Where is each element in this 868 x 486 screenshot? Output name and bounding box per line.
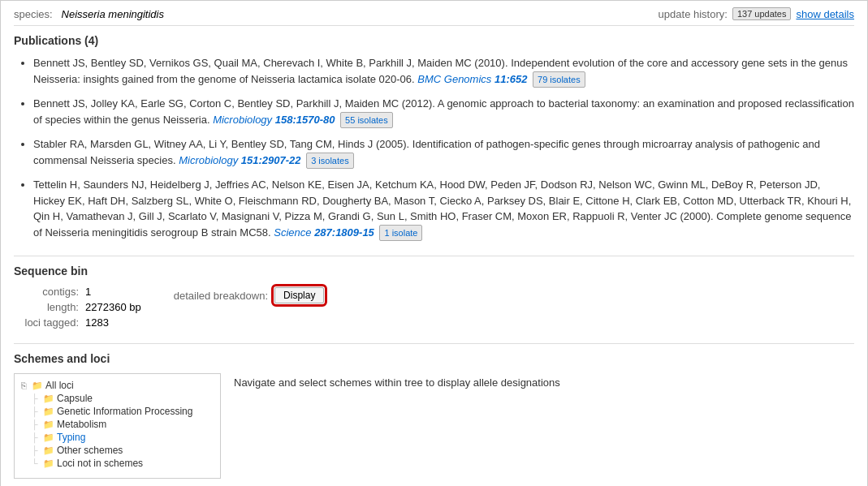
schemes-description: Navigate and select schemes within tree … <box>234 373 854 479</box>
tree-label-capsule: Capsule <box>57 393 93 404</box>
loci-tagged-label: loci tagged: <box>14 316 79 329</box>
length-label: length: <box>14 301 79 313</box>
tree-node-typing[interactable]: ├ 📁 Typing <box>18 431 217 444</box>
pub3-text: Stabler RA, Marsden GL, Witney AA, Li Y,… <box>33 138 820 166</box>
loci-tagged-value: 1283 <box>85 316 109 329</box>
schemes-tree-panel: ⎘ 📁 All loci ├ 📁 Capsule ├ 📁 Genetic Inf… <box>14 373 221 479</box>
top-bar: species: Neisseria meningitidis update h… <box>14 7 854 26</box>
schemes-section: Schemes and loci ⎘ 📁 All loci ├ 📁 Capsul… <box>14 352 854 479</box>
publications-list: Bennett JS, Bentley SD, Vernikos GS, Qua… <box>14 55 854 241</box>
contigs-label: contigs: <box>14 286 79 298</box>
tree-node-capsule[interactable]: ├ 📁 Capsule <box>18 392 217 405</box>
tree-label-loci-not-in: Loci not in schemes <box>57 458 143 469</box>
page-wrapper: species: Neisseria meningitidis update h… <box>0 0 868 486</box>
divider-2 <box>14 343 854 344</box>
pub3-journal-link[interactable]: Microbiology 151:2907-22 <box>179 154 300 166</box>
tree-folder-icon-other: 📁 <box>43 445 54 456</box>
publications-title: Publications (4) <box>14 34 854 47</box>
schemes-title: Schemes and loci <box>14 352 854 365</box>
loci-tagged-row: loci tagged: 1283 <box>14 316 141 329</box>
tree-label-metabolism: Metabolism <box>57 419 106 430</box>
tree-indent-icon-6: └ <box>29 458 41 469</box>
contigs-value: 1 <box>85 286 91 298</box>
length-value: 2272360 bp <box>85 301 141 313</box>
tree-node-other[interactable]: ├ 📁 Other schemes <box>18 444 217 457</box>
pub4-isolate-badge[interactable]: 1 isolate <box>379 225 422 242</box>
display-button[interactable]: Display <box>274 287 324 303</box>
tree-folder-icon-loci-not-in: 📁 <box>43 458 54 469</box>
tree-folder-icon-metabolism: 📁 <box>43 419 54 430</box>
pub3-isolate-badge[interactable]: 3 isolates <box>306 153 353 170</box>
tree-indent-icon-1: ├ <box>29 393 41 404</box>
tree-indent-icon-2: ├ <box>29 406 41 417</box>
breakdown-label: detailed breakdown: <box>174 290 268 302</box>
list-item: Bennett JS, Jolley KA, Earle SG, Corton … <box>33 96 854 128</box>
tree-folder-icon-genetic: 📁 <box>43 406 54 417</box>
tree-label-typing: Typing <box>57 432 85 443</box>
contigs-row: contigs: 1 <box>14 286 141 298</box>
tree-folder-icon-capsule: 📁 <box>43 393 54 404</box>
pub1-isolate-badge[interactable]: 79 isolates <box>533 71 585 88</box>
tree-folder-icon-typing: 📁 <box>43 432 54 443</box>
tree-node-metabolism[interactable]: ├ 📁 Metabolism <box>18 418 217 431</box>
list-item: Bennett JS, Bentley SD, Vernikos GS, Qua… <box>33 55 854 88</box>
species-label: species: <box>14 8 53 20</box>
publications-section: Publications (4) Bennett JS, Bentley SD,… <box>14 34 854 241</box>
tree-node-genetic[interactable]: ├ 📁 Genetic Information Processing <box>18 405 217 418</box>
list-item: Tettelin H, Saunders NJ, Heidelberg J, J… <box>33 177 854 241</box>
sequence-bin-grid: contigs: 1 length: 2272360 bp loci tagge… <box>14 286 854 329</box>
tree-folder-icon-root: 📁 <box>32 380 43 391</box>
tree-indent-icon-5: ├ <box>29 445 41 456</box>
tree-node-loci-not-in[interactable]: └ 📁 Loci not in schemes <box>18 457 217 470</box>
length-row: length: 2272360 bp <box>14 301 141 313</box>
detailed-breakdown: detailed breakdown: Display <box>174 287 325 303</box>
pub2-text: Bennett JS, Jolley KA, Earle SG, Corton … <box>33 97 854 126</box>
schemes-content: ⎘ 📁 All loci ├ 📁 Capsule ├ 📁 Genetic Inf… <box>14 373 854 479</box>
tree-indent-icon-4: ├ <box>29 432 41 443</box>
tree-label-root: All loci <box>45 380 74 391</box>
sequence-bin-stats: contigs: 1 length: 2272360 bp loci tagge… <box>14 286 141 329</box>
species-value: Neisseria meningitidis <box>62 8 164 20</box>
tree-label-other: Other schemes <box>57 445 123 456</box>
pub4-journal-link[interactable]: Science 287:1809-15 <box>274 226 374 239</box>
tree-root-icon: ⎘ <box>18 380 29 391</box>
update-history: update history: 137 updates show details <box>659 7 854 20</box>
updates-badge[interactable]: 137 updates <box>732 7 792 20</box>
pub1-journal-link[interactable]: BMC Genomics 11:652 <box>417 73 527 85</box>
sequence-bin-section: Sequence bin contigs: 1 length: 2272360 … <box>14 265 854 329</box>
sequence-bin-title: Sequence bin <box>14 265 854 277</box>
list-item: Stabler RA, Marsden GL, Witney AA, Li Y,… <box>33 136 854 169</box>
tree-label-genetic: Genetic Information Processing <box>57 406 192 417</box>
divider-1 <box>14 256 854 256</box>
pub4-text: Tettelin H, Saunders NJ, Heidelberg J, J… <box>33 178 851 239</box>
show-details-link[interactable]: show details <box>796 8 854 20</box>
species-info: species: Neisseria meningitidis <box>14 8 164 20</box>
tree-node-root[interactable]: ⎘ 📁 All loci <box>18 379 217 392</box>
tree-indent-icon-3: ├ <box>29 419 41 430</box>
schemes-description-text: Navigate and select schemes within tree … <box>234 376 560 389</box>
update-history-label: update history: <box>659 8 728 20</box>
pub2-isolate-badge[interactable]: 55 isolates <box>340 112 393 129</box>
pub2-journal-link[interactable]: Microbiology 158:1570-80 <box>213 114 335 126</box>
